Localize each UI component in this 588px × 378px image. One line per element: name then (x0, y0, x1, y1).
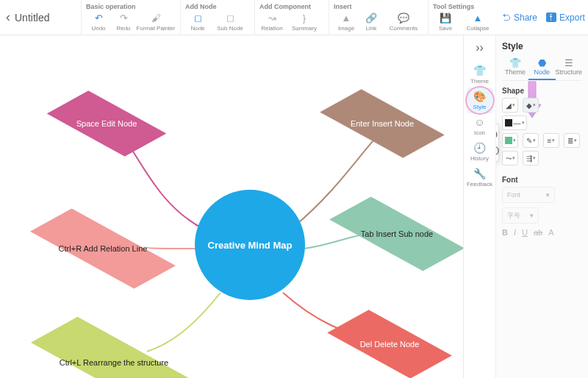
node-tab-icon: ⬣ (528, 57, 555, 68)
style-icon: 🎨 (473, 90, 486, 102)
theme-icon: 👕 (473, 65, 486, 76)
right-panel: ›› 👕Theme🎨Style☺Icon🕘History🔧Feedback St… (463, 35, 588, 378)
comments-icon: 💬 (398, 12, 409, 24)
side-icon[interactable]: ☺Icon (467, 113, 493, 139)
export-button[interactable]: ⭱ Export (546, 13, 585, 23)
toolbar-relation[interactable]: ↝Relation (259, 12, 284, 32)
mindmap-node[interactable]: Ctrl+L Rearrange the structure (29, 329, 198, 378)
format-u[interactable]: U (522, 228, 528, 237)
pane-tabs: 👕Theme⬣Node☰Structure (502, 57, 582, 81)
summary-icon: } (303, 12, 306, 24)
toolbar-link[interactable]: 🔗Link (359, 12, 384, 32)
toolbar-group: Tool Settings💾Save▲Collapse (428, 0, 502, 35)
title-block: ‹ Untitled (0, 0, 81, 35)
side-history[interactable]: 🕘History (467, 139, 493, 165)
side-item-label: Icon (474, 129, 485, 136)
export-icon: ⭱ (546, 13, 556, 22)
side-item-label: Style (473, 104, 487, 110)
line-style-button[interactable]: ✎▾ (523, 133, 539, 148)
toolbar-undo[interactable]: ↶Undo (86, 12, 111, 32)
line-color-button[interactable]: ▾ (502, 133, 518, 148)
save-icon: 💾 (440, 12, 451, 24)
shape-picker-button[interactable]: ◆▾ (523, 98, 539, 113)
share-label: Share (514, 13, 537, 23)
border-width-button[interactable]: —▾ (502, 115, 527, 130)
tab-theme[interactable]: 👕Theme (502, 57, 528, 80)
toolbar-item-label: Save (439, 25, 452, 32)
toolbar-group: Add Component↝Relation}Summary (254, 0, 329, 35)
top-right-actions: ⮌ Share ⭱ Export (502, 0, 588, 35)
toolbar-group: Add Node◻Node◻Sub Node (180, 0, 254, 35)
mindmap-node[interactable]: Enter Insert Node (323, 94, 441, 153)
tab-structure[interactable]: ☰Structure (556, 57, 583, 80)
undo-icon: ↶ (95, 12, 103, 24)
line-weight-icon: ≡ (548, 137, 552, 145)
shape-circle[interactable] (496, 129, 500, 140)
branch-style-button[interactable]: ⤳▾ (502, 151, 518, 165)
redo-icon: ↷ (120, 12, 128, 24)
mindmap-node[interactable]: Ctrl+R Add Relation Line (29, 219, 176, 278)
sub-node-icon: ◻ (226, 12, 234, 24)
format-i[interactable]: I (514, 228, 516, 237)
group-title: Basic operation (86, 3, 176, 10)
toolbar-collapse[interactable]: ▲Collapse (458, 12, 498, 32)
node-label: Space Edit Node (71, 119, 143, 128)
format-b[interactable]: B (502, 228, 508, 237)
toolbar-save[interactable]: 💾Save (433, 12, 458, 32)
mindmap-node[interactable]: Space Edit Node (51, 94, 162, 153)
style-pane: Style 👕Theme⬣Node☰Structure Shape ◢▾ ◆▾ … (496, 35, 588, 378)
node-label: Ctrl+L Rearrange the structure (54, 358, 174, 367)
side-style[interactable]: 🎨Style (467, 88, 493, 113)
node-label: Del Delete Node (354, 340, 426, 349)
format-ab[interactable]: ab (534, 228, 542, 237)
align-button[interactable]: ≣▾ (564, 133, 580, 148)
document-title[interactable]: Untitled (15, 12, 49, 24)
line-weight-button[interactable]: ≡▾ (543, 133, 559, 148)
center-node[interactable]: Creative Mind Map (195, 190, 305, 300)
back-icon[interactable]: ‹ (6, 10, 10, 25)
mindmap-node[interactable]: Del Delete Node (331, 315, 448, 374)
side-theme[interactable]: 👕Theme (467, 62, 493, 88)
toolbar-item-label: Node (190, 25, 204, 32)
font-size-select[interactable]: 字号▾ (502, 207, 539, 224)
group-title: Add Component (259, 3, 324, 10)
collapse-panel-icon[interactable]: ›› (476, 41, 484, 54)
share-button[interactable]: ⮌ Share (502, 13, 537, 23)
group-title: Insert (334, 3, 423, 10)
toolbar-image[interactable]: ▲Image (334, 12, 359, 32)
toolbar-redo[interactable]: ↷Redo (111, 12, 136, 32)
toolbar-sub-node[interactable]: ◻Sub Node (210, 12, 250, 32)
toolbar-node[interactable]: ◻Node (185, 12, 210, 32)
pencil-icon: ✎ (526, 137, 532, 145)
toolbar-comments[interactable]: 💬Comments (384, 12, 423, 32)
group-title: Tool Settings (433, 3, 498, 10)
font-section-label: Font (502, 176, 582, 184)
toolbar-item-label: Link (366, 25, 377, 32)
shape-icon: ◆ (526, 101, 532, 110)
chevron-down-icon: ▾ (546, 191, 550, 199)
share-icon: ⮌ (502, 13, 511, 23)
side-item-label: Feedback (467, 181, 492, 188)
node-label: Tab Insert Sub node (355, 229, 439, 238)
side-item-label: History (470, 155, 489, 162)
icon-icon: ☺ (474, 116, 484, 128)
layout-button[interactable]: ⇶▾ (523, 151, 539, 165)
shape-stadium[interactable] (496, 145, 500, 157)
branch-icon: ⤳ (506, 154, 512, 163)
toolbar-item-label: Image (338, 25, 354, 32)
mindmap-node[interactable]: Tab Insert Sub node (331, 204, 463, 263)
toolbar-group: Basic operation↶Undo↷Redo🖌Format Painter (81, 0, 180, 35)
toolbar-item-label: Format Painter (137, 25, 176, 32)
node-label: Ctrl+R Add Relation Line (53, 244, 154, 253)
node-icon: ◻ (194, 12, 202, 24)
format-a[interactable]: A (548, 228, 553, 237)
font-family-select[interactable]: Font▾ (502, 187, 555, 203)
collapse-icon: ▲ (473, 12, 483, 24)
export-label: Export (559, 13, 585, 23)
side-feedback[interactable]: 🔧Feedback (467, 165, 493, 190)
mindmap-canvas[interactable]: Creative Mind Map Space Edit NodeCtrl+R … (0, 35, 463, 378)
toolbar-format-painter[interactable]: 🖌Format Painter (136, 12, 176, 32)
fill-color-button[interactable]: ◢▾ (502, 98, 518, 113)
toolbar-summary[interactable]: }Summary (284, 12, 324, 32)
tab-node[interactable]: ⬣Node (528, 57, 555, 80)
